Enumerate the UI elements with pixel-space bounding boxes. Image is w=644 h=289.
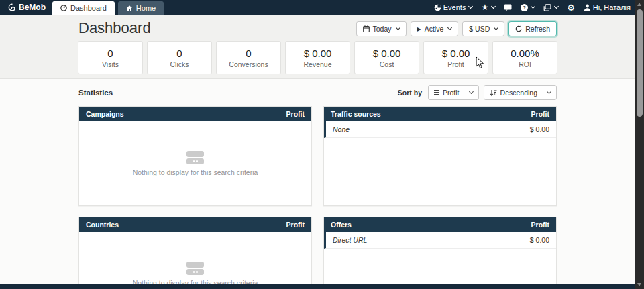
stack-icon [543,4,551,11]
stat-value: 0 [246,48,251,59]
panel-offers: Offers Profit Direct URL $ 0.00 [323,217,557,289]
vertical-scrollbar[interactable] [635,0,644,289]
stat-card-revenue: $ 0.00 Revenue [286,42,350,74]
statistics-section: Statistics Sort by Profit Descending [0,80,635,289]
stat-card-visits: 0 Visits [78,42,142,74]
scroll-up-arrow-icon[interactable] [637,3,641,6]
stat-card-cost: $ 0.00 Cost [355,42,419,74]
calendar-icon [363,25,370,32]
stat-label: Clicks [170,60,189,68]
events-icon [434,4,441,11]
sort-by-label: Sort by [398,89,422,97]
refresh-button[interactable]: Refresh [508,21,557,36]
refresh-label: Refresh [525,25,550,33]
empty-state: Nothing to display for this search crite… [79,232,311,289]
empty-data-icon [186,151,204,164]
footer-bar [0,284,644,289]
sort-descending-icon [490,89,497,97]
summary-stats-row: 0 Visits 0 Clicks 0 Conversions $ 0.00 R… [78,42,557,74]
tab-home-label: Home [136,4,156,12]
refresh-icon [515,25,522,32]
sort-field-select[interactable]: Profit [428,85,479,100]
stat-value: 0.00% [511,48,539,59]
panel-metric-label: Profit [286,221,305,229]
events-menu[interactable]: Events [434,3,473,11]
row-value: $ 0.00 [530,125,549,133]
star-icon: ★ [481,3,488,11]
chevron-down-icon [494,25,498,30]
scrollbar-thumb[interactable] [637,9,643,117]
chevron-down-icon [547,89,551,94]
stat-value: 0 [107,48,113,59]
help-menu[interactable]: ? [521,4,535,11]
panel-countries: Countries Profit Nothing to display for … [78,217,312,289]
user-icon [584,4,591,11]
chevron-down-icon [396,25,400,30]
table-row[interactable]: Direct URL $ 0.00 [324,232,556,249]
question-icon: ? [521,4,528,11]
statistics-heading: Statistics [78,89,113,97]
user-label: Hi, Наталія [593,3,631,11]
favorites-menu[interactable]: ★ [481,3,495,11]
chevron-down-icon [531,4,535,9]
topbar-actions: Events ★ ? ⚙ [434,0,644,15]
top-navigation-bar: BeMob Dashboard Home Events ★ [0,0,644,15]
stat-label: Visits [102,60,119,68]
chevron-down-icon [468,4,473,9]
menu-icon [434,89,439,96]
currency-button[interactable]: $ USD [462,21,504,36]
stat-value: $ 0.00 [442,48,470,59]
sort-field-value: Profit [443,89,460,97]
panel-traffic-sources: Traffic sources Profit None $ 0.00 [323,106,557,206]
dashboard-icon [60,5,67,11]
pages-menu[interactable] [543,4,558,11]
sort-direction-value: Descending [500,89,537,97]
row-value: $ 0.00 [530,236,549,244]
row-name: None [333,125,350,133]
empty-data-icon [186,262,204,275]
feedback-button[interactable] [504,4,512,11]
currency-label: $ USD [469,25,490,33]
stat-label: ROI [519,60,531,68]
panel-title: Countries [86,221,119,229]
stat-card-clicks: 0 Clicks [148,42,211,74]
stat-card-profit: $ 0.00 Profit [424,42,488,74]
sort-controls: Sort by Profit Descending [398,85,557,100]
user-menu[interactable]: Hi, Наталія [584,3,631,11]
chat-icon [504,4,512,11]
date-range-label: Today [373,25,392,33]
panel-title: Offers [331,221,352,229]
dashboard-header: Dashboard Today ▶ Active $ USD [0,15,635,79]
tab-dashboard-label: Dashboard [70,4,107,12]
settings-button[interactable]: ⚙ [567,3,575,12]
date-range-button[interactable]: Today [356,21,407,36]
panel-title: Traffic sources [331,110,381,118]
header-controls: Today ▶ Active $ USD Refresh [356,21,557,36]
bemob-logo-icon [8,3,16,11]
tab-home[interactable]: Home [118,1,164,15]
bemob-logo[interactable]: BeMob [0,0,52,15]
status-filter-button[interactable]: ▶ Active [411,21,459,36]
chevron-down-icon [491,4,496,9]
stat-card-conversions: 0 Conversions [217,42,280,74]
panel-metric-label: Profit [286,110,305,118]
stat-value: $ 0.00 [373,48,401,59]
panel-campaigns: Campaigns Profit Nothing to display for … [78,106,312,206]
stat-card-roi: 0.00% ROI [493,42,557,74]
chevron-down-icon [554,4,559,9]
sort-direction-select[interactable]: Descending [484,85,557,100]
stat-value: $ 0.00 [304,48,332,59]
scroll-down-arrow-icon[interactable] [637,283,641,286]
events-label: Events [443,3,466,11]
gear-icon: ⚙ [567,3,575,12]
empty-state-text: Nothing to display for this search crite… [133,168,258,176]
panel-metric-label: Profit [531,221,549,229]
empty-state: Nothing to display for this search crite… [79,121,311,206]
play-icon: ▶ [417,26,421,32]
tab-dashboard[interactable]: Dashboard [52,1,115,15]
table-row[interactable]: None $ 0.00 [324,121,556,138]
stat-value: 0 [176,48,182,59]
statistics-panels: Campaigns Profit Nothing to display for … [78,106,557,289]
chevron-down-icon [469,89,474,94]
row-name: Direct URL [333,236,367,244]
